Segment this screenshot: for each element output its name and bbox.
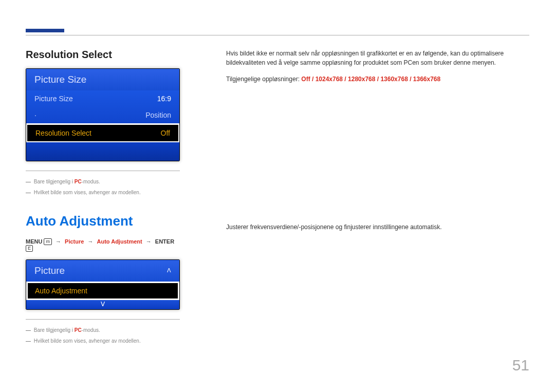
menu-icon: m	[44, 238, 52, 245]
note-line: ― Bare tilgjengelig i PC-modus.	[26, 176, 180, 187]
osd-title: Picture	[34, 265, 65, 276]
down-arrow-row[interactable]: ᐯ	[26, 300, 179, 309]
note-line: ― Hvilket bilde som vises, avhenger av m…	[26, 335, 180, 346]
osd-row-value: 16:9	[157, 95, 171, 103]
up-arrow-icon[interactable]: ᐱ	[167, 267, 171, 274]
enter-icon: E	[26, 245, 33, 252]
osd-picture: Picture ᐱ Auto Adjustment ᐯ	[26, 259, 180, 310]
heading-resolution-select: Resolution Select	[26, 49, 180, 61]
osd-row-picture-size[interactable]: Picture Size 16:9	[26, 90, 179, 107]
notes-block: ― Bare tilgjengelig i PC-modus. ― Hvilke…	[26, 171, 180, 198]
osd-spacer	[26, 142, 179, 161]
notes-block: ― Bare tilgjengelig i PC-modus. ― Hvilke…	[26, 319, 180, 346]
osd-row-label: Position	[145, 111, 171, 119]
osd-row-position[interactable]: Position	[26, 107, 179, 123]
page-number: 51	[512, 357, 529, 374]
menu-path: MENU m → Picture → Auto Adjustment → ENT…	[26, 238, 180, 252]
header-rule	[26, 35, 529, 35]
section-resolution-select: Resolution Select Picture Size Picture S…	[26, 49, 529, 198]
osd-row-label: Resolution Select	[35, 129, 91, 137]
description-text: Justerer frekvensverdiene/-posisjonene o…	[226, 222, 529, 232]
osd-row-label: Picture Size	[34, 95, 73, 103]
heading-auto-adjustment: Auto Adjustment	[26, 213, 180, 229]
osd-row-value: Off	[161, 129, 170, 137]
osd-row-label: Auto Adjustment	[35, 287, 87, 295]
osd-row-resolution-select[interactable]: Resolution Select Off	[26, 123, 180, 143]
osd-title: Picture Size	[26, 69, 179, 90]
header-accent-bar	[26, 29, 64, 32]
note-line: ― Bare tilgjengelig i PC-modus.	[26, 325, 180, 335]
osd-picture-size: Picture Size Picture Size 16:9 Position …	[26, 68, 180, 161]
note-line: ― Hvilket bilde som vises, avhenger av m…	[26, 187, 180, 198]
down-arrow-icon: ᐯ	[101, 301, 105, 308]
description-text: Hvis bildet ikke er normalt selv når opp…	[226, 49, 529, 67]
available-resolutions: Tilgjengelige oppløsninger: Off / 1024x7…	[226, 74, 529, 84]
osd-row-auto-adjustment[interactable]: Auto Adjustment	[26, 282, 179, 300]
section-auto-adjustment: Auto Adjustment MENU m → Picture → Auto …	[26, 213, 529, 346]
